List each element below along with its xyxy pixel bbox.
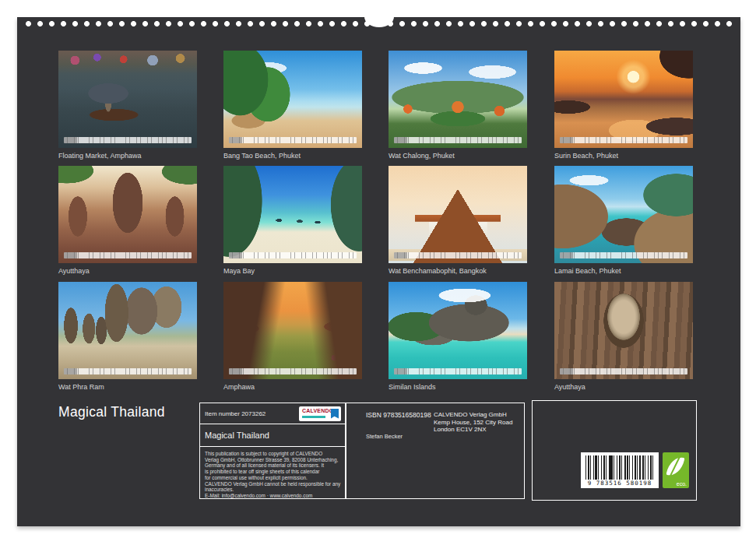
isbn-publisher-box: ISBN 9783516580198 Stefan Becker CALVEND…: [345, 403, 525, 499]
month-photo-amphawa-canal: [223, 282, 362, 379]
photo-caption: Ayutthaya: [58, 267, 197, 276]
month-thumbnail-9: Wat Phra Ram: [58, 282, 197, 392]
month-photo-wat-chalong: [389, 51, 527, 148]
item-number: Item number 2073262: [205, 410, 265, 417]
photo-caption: Lamai Beach, Phuket: [554, 267, 693, 276]
publisher-address: CALVENDO Verlag GmbH Kemp House, 152 Cit…: [434, 411, 512, 434]
calendar-title: Magical Thailand: [58, 404, 165, 420]
photo-caption: Amphawa: [223, 383, 362, 392]
copyright-text: This publication is subject to copyright…: [200, 447, 346, 503]
mini-calendar-strip: [64, 252, 192, 258]
mini-calendar-strip: [560, 137, 687, 143]
month-thumbnail-11: Similan Islands: [389, 282, 527, 392]
photo-caption: Bang Tao Beach, Phuket: [223, 152, 362, 160]
item-number-row: Item number 2073262 CALVENDO: [200, 403, 346, 424]
month-photo-wat-benchamabophit: [389, 166, 527, 263]
photo-caption: Similan Islands: [389, 383, 527, 392]
month-photo-ayutthaya-ruins: [58, 166, 197, 263]
hanger-hole: [364, 6, 394, 27]
month-photo-surin-beach: [554, 51, 693, 148]
mini-calendar-strip: [394, 368, 522, 374]
mini-calendar-strip: [64, 137, 192, 143]
barcode-digits: 9 783516 580198: [581, 480, 659, 487]
month-thumbnail-8: Lamai Beach, Phuket: [554, 166, 693, 276]
month-thumbnail-1: Floating Market, Amphawa: [58, 51, 197, 160]
mini-calendar-strip: [229, 252, 357, 258]
month-thumbnail-12: Ayutthaya: [554, 282, 693, 392]
month-photo-floating-market: [58, 51, 197, 148]
isbn-text: ISBN 9783516580198: [366, 411, 431, 419]
calvendo-logo-tagline: [302, 416, 325, 418]
ean-barcode: 9 783516 580198: [581, 452, 659, 488]
photo-caption: Wat Phra Ram: [58, 383, 197, 392]
calendar-back-cover: { "page": { "title": "Magical Thailand" …: [0, 0, 756, 545]
month-photo-bang-tao: [223, 51, 362, 148]
calvendo-flag-icon: [331, 409, 339, 419]
mini-calendar-strip: [64, 368, 192, 374]
publication-info-box: Item number 2073262 CALVENDO Magical Tha…: [199, 403, 346, 499]
month-thumbnail-10: Amphawa: [223, 282, 362, 392]
mini-calendar-strip: [560, 252, 687, 258]
month-photo-buddha-head: [554, 282, 693, 379]
month-thumbnail-2: Bang Tao Beach, Phuket: [223, 51, 362, 160]
eco-badge: eco.: [663, 452, 689, 488]
month-thumbnail-4: Surin Beach, Phuket: [554, 51, 693, 160]
leaf-icon: [666, 455, 685, 477]
month-photo-similan-islands: [389, 282, 527, 379]
calendar-page: Floating Market, Amphawa Bang Tao Beach,…: [17, 17, 740, 526]
barcode-bars: [585, 455, 654, 480]
photo-caption: Ayutthaya: [554, 383, 693, 392]
month-photo-lamai-beach: [554, 166, 693, 263]
photo-caption: Maya Bay: [223, 267, 362, 276]
photo-caption: Surin Beach, Phuket: [554, 152, 693, 160]
month-thumbnail-3: Wat Chalong, Phuket: [389, 51, 527, 160]
month-thumbnail-5: Ayutthaya: [58, 166, 197, 276]
month-photo-wat-phra-ram: [58, 282, 197, 379]
author-name: Stefan Becker: [366, 433, 403, 440]
photo-caption: Floating Market, Amphawa: [58, 152, 197, 160]
barcode-box: 9 783516 580198 eco.: [532, 400, 697, 501]
month-photo-maya-bay: [223, 166, 362, 263]
month-thumbnail-6: Maya Bay: [223, 166, 362, 276]
photo-caption: Wat Chalong, Phuket: [389, 152, 527, 160]
calvendo-logo: CALVENDO: [299, 406, 341, 421]
mini-calendar-strip: [229, 137, 357, 143]
calendar-title-row: Magical Thailand: [200, 424, 346, 447]
eco-label: eco.: [677, 481, 687, 487]
mini-calendar-strip: [229, 368, 357, 374]
calvendo-logo-text: CALVENDO: [302, 408, 333, 413]
photo-caption: Wat Benchamabophit, Bangkok: [389, 267, 527, 276]
mini-calendar-strip: [394, 252, 522, 258]
month-thumbnail-7: Wat Benchamabophit, Bangkok: [389, 166, 527, 276]
mini-calendar-strip: [394, 137, 522, 143]
mini-calendar-strip: [560, 368, 687, 374]
